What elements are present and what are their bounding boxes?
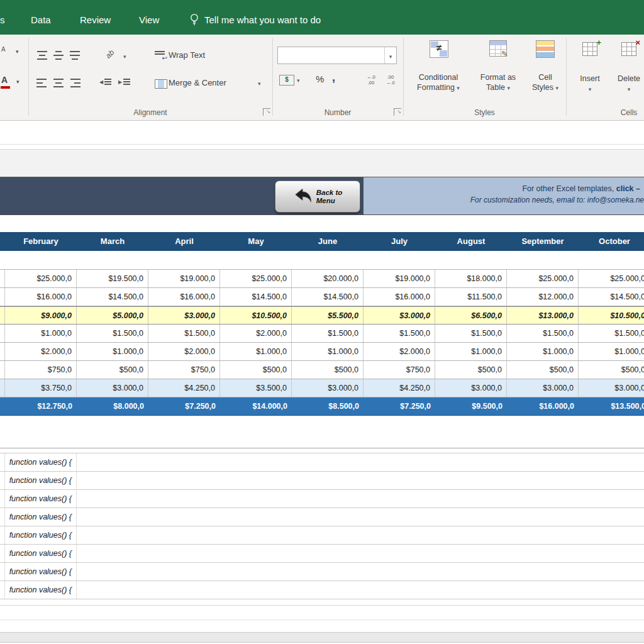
sheet-cell[interactable]: $500,0 — [507, 361, 579, 379]
sheet-cell[interactable]: $1.000,0 — [220, 343, 292, 360]
sheet-cell[interactable]: $8.000,0 — [77, 397, 148, 415]
number-dialog-launcher-icon[interactable]: ↘ — [394, 108, 401, 116]
tab-review[interactable]: Review — [80, 12, 111, 28]
back-to-menu-button[interactable]: Back to Menu — [275, 180, 360, 213]
font-color-partial-icon[interactable]: A — [1, 75, 8, 85]
orientation-icon[interactable]: ab — [104, 48, 116, 60]
percent-style-button[interactable]: % — [316, 74, 324, 84]
sheet-cell[interactable]: $9.000,0 — [5, 307, 77, 324]
sheet-cell[interactable]: $3.500,0 — [220, 379, 292, 397]
sheet-cell[interactable]: $1.500,0 — [507, 325, 579, 342]
number-format-dropdown[interactable]: ▾ — [277, 47, 397, 64]
sheet-cell[interactable]: $2.000,0 — [148, 343, 220, 360]
sheet-cell[interactable] — [0, 307, 5, 324]
merge-center-button[interactable]: Merge & Center — [169, 78, 226, 87]
sheet-cell[interactable]: $1.000,0 — [579, 343, 644, 360]
sheet-cell[interactable]: $25.000,0 — [220, 270, 292, 287]
sheet-cell[interactable]: $1.500,0 — [364, 325, 435, 342]
sheet-cell[interactable]: $12.750,0 — [5, 397, 77, 415]
sheet-cell[interactable]: $10.500,0 — [220, 307, 292, 324]
sheet-cell[interactable]: $5.500,0 — [292, 307, 364, 324]
sheet-cell[interactable]: $16.000,0 — [5, 288, 77, 306]
sheet-cell[interactable]: $5.000,0 — [77, 307, 148, 324]
sheet-cell[interactable] — [0, 453, 5, 471]
month-header-february[interactable]: February — [5, 232, 77, 251]
sheet-cell[interactable]: $16.000,0 — [364, 288, 435, 306]
sheet-cell[interactable]: $25.000,0 — [507, 270, 579, 287]
sheet-cell[interactable]: function values() { [native code] } — [5, 526, 77, 544]
sheet-cell[interactable]: $20.000,0 — [292, 270, 364, 287]
align-right-icon[interactable] — [69, 79, 80, 87]
sheet-cell[interactable] — [0, 361, 5, 379]
sheet-cell[interactable] — [0, 563, 5, 580]
sheet-cell[interactable]: $13.500,0 — [579, 397, 644, 415]
sheet-cell[interactable]: $3.000,0 — [579, 379, 644, 397]
increase-decimal-button[interactable]: ←.0.00 — [367, 74, 375, 86]
sheet-cell[interactable]: $750,0 — [5, 361, 77, 379]
sheet-cell[interactable] — [0, 325, 5, 342]
sheet-cell[interactable] — [0, 472, 5, 489]
sheet-cell[interactable]: $1.000,0 — [292, 343, 364, 360]
month-header-april[interactable]: April — [148, 232, 220, 251]
conditional-formatting-button[interactable]: Conditional Formatting ▾ — [404, 72, 473, 93]
sheet-cell[interactable]: $750,0 — [148, 361, 220, 379]
chevron-down-icon[interactable]: ▾ — [384, 47, 396, 64]
sheet-cell[interactable]: $25.000,0 — [579, 270, 644, 287]
sheet-cell[interactable]: function values() { [native code] } — [5, 472, 77, 489]
sheet-cell[interactable]: function values() { [native code] } — [5, 490, 77, 508]
month-header-may[interactable]: May — [220, 232, 292, 251]
increase-indent-icon[interactable]: ▶ — [118, 79, 130, 85]
sheet-cell[interactable] — [0, 288, 5, 306]
sheet-cell[interactable]: $13.000,0 — [507, 307, 579, 324]
sheet-cell[interactable] — [0, 343, 5, 360]
sheet-cell[interactable]: $500,0 — [579, 361, 644, 379]
align-left-icon[interactable] — [36, 79, 48, 87]
delete-button[interactable]: Delete ▾ — [610, 74, 644, 94]
chevron-down-icon[interactable]: ▾ — [16, 48, 19, 55]
month-header-partial[interactable] — [0, 232, 5, 251]
sheet-cell[interactable]: $14.500,0 — [579, 288, 644, 306]
sheet-cell[interactable]: $2.000,0 — [220, 325, 292, 342]
tab-data[interactable]: Data — [31, 12, 51, 28]
sheet-cell[interactable]: $6.500,0 — [435, 307, 507, 324]
comma-style-button[interactable]: , — [332, 71, 335, 84]
sheet-cell[interactable] — [0, 545, 5, 562]
font-size-partial-icon[interactable]: A — [1, 46, 6, 53]
sheet-cell[interactable]: $1.500,0 — [148, 325, 220, 342]
insert-button[interactable]: Insert ▾ — [571, 74, 609, 94]
sheet-cell[interactable]: $14.500,0 — [77, 288, 148, 306]
align-middle-icon[interactable] — [53, 51, 64, 60]
sheet-cell[interactable]: $19.500,0 — [77, 270, 148, 287]
sheet-cell[interactable]: $1.000,0 — [507, 343, 579, 360]
sheet-cell[interactable] — [0, 508, 5, 526]
accounting-format-button[interactable]: $ ▾ — [279, 75, 300, 86]
sheet-cell[interactable]: $3.000,0 — [77, 379, 148, 397]
align-bottom-icon[interactable] — [69, 51, 80, 60]
sheet-cell[interactable]: $3.000,0 — [364, 307, 435, 324]
month-header-september[interactable]: September — [507, 232, 579, 251]
tab-view[interactable]: View — [139, 12, 159, 28]
sheet-cell[interactable]: $3.000,0 — [435, 379, 507, 397]
sheet-cell[interactable]: $25.000,0 — [5, 270, 77, 287]
sheet-cell[interactable] — [0, 581, 5, 599]
sheet-cell[interactable]: $14.500,0 — [220, 288, 292, 306]
sheet-cell[interactable]: $19.000,0 — [364, 270, 435, 287]
sheet-cell[interactable]: $1.000,0 — [77, 343, 148, 360]
sheet-cell[interactable]: $4.250,0 — [364, 379, 435, 397]
sheet-cell[interactable]: $14.500,0 — [292, 288, 364, 306]
sheet-cell[interactable]: $7.250,0 — [148, 397, 220, 415]
sheet-cell[interactable]: $500,0 — [435, 361, 507, 379]
sheet-cell[interactable] — [0, 490, 5, 508]
sheet-cell[interactable]: $11.500,0 — [435, 288, 507, 306]
sheet-cell[interactable]: $1.500,0 — [579, 325, 644, 342]
chevron-down-icon[interactable]: ▾ — [258, 80, 261, 87]
chevron-down-icon[interactable]: ▾ — [123, 53, 126, 60]
month-header-october[interactable]: October — [579, 232, 644, 251]
sheet-cell[interactable]: $1.500,0 — [292, 325, 364, 342]
sheet-cell[interactable]: $3.000,0 — [507, 379, 579, 397]
wrap-text-button[interactable]: Wrap Text — [169, 50, 205, 60]
sheet-cell[interactable]: $3.750,0 — [5, 379, 77, 397]
sheet-cell[interactable]: $16.000,0 — [507, 397, 579, 415]
sheet-cell[interactable]: $1.500,0 — [77, 325, 148, 342]
sheet-cell[interactable]: $8.500,0 — [292, 397, 364, 415]
